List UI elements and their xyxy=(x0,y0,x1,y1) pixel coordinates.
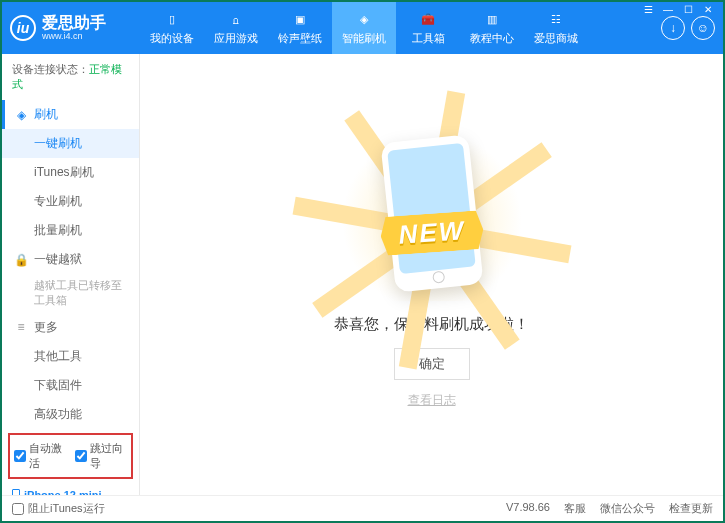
flash-icon: ◈ xyxy=(355,11,373,29)
footer: 阻止iTunes运行 V7.98.66 客服 微信公众号 检查更新 xyxy=(2,495,723,521)
user-icon[interactable]: ☺ xyxy=(691,16,715,40)
footer-right: V7.98.66 客服 微信公众号 检查更新 xyxy=(506,501,713,516)
nav-label: 铃声壁纸 xyxy=(278,31,322,46)
block-itunes-label: 阻止iTunes运行 xyxy=(28,501,105,516)
nav-label: 爱思商城 xyxy=(534,31,578,46)
window-controls: ☰ ― ☐ ✕ xyxy=(639,2,717,16)
sidebar-item-高级功能[interactable]: 高级功能 xyxy=(2,400,139,429)
nav-label: 教程中心 xyxy=(470,31,514,46)
new-ribbon: NEW xyxy=(379,210,484,256)
version: V7.98.66 xyxy=(506,501,550,516)
auto-activate-checkbox[interactable]: 自动激活 xyxy=(14,441,67,471)
header-right: ↓ ☺ xyxy=(661,16,715,40)
logo-icon: iu xyxy=(10,15,36,41)
header: iu 爱思助手 www.i4.cn ▯我的设备⩍应用游戏▣铃声壁纸◈智能刷机🧰工… xyxy=(2,2,723,54)
conn-label: 设备连接状态： xyxy=(12,63,89,75)
more-icon: ≡ xyxy=(14,320,28,334)
nav-phone[interactable]: ▯我的设备 xyxy=(140,2,204,54)
section-label: 一键越狱 xyxy=(34,251,82,268)
support-link[interactable]: 客服 xyxy=(564,501,586,516)
section-更多[interactable]: ≡更多 xyxy=(2,313,139,342)
phone-icon: ▯ xyxy=(163,11,181,29)
nav-label: 工具箱 xyxy=(412,31,445,46)
tutorial-icon: ▥ xyxy=(483,11,501,29)
main-content: NEW 恭喜您，保资料刷机成功啦！ 确定 查看日志 xyxy=(140,54,723,495)
nav-tutorial[interactable]: ▥教程中心 xyxy=(460,2,524,54)
ringtone-icon: ▣ xyxy=(291,11,309,29)
body: 设备连接状态：正常模式 ◈刷机一键刷机iTunes刷机专业刷机批量刷机🔒一键越狱… xyxy=(2,54,723,495)
nav-label: 智能刷机 xyxy=(342,31,386,46)
toolbox-icon: 🧰 xyxy=(419,11,437,29)
sidebar-item-下载固件[interactable]: 下载固件 xyxy=(2,371,139,400)
nav-ringtone[interactable]: ▣铃声壁纸 xyxy=(268,2,332,54)
device-info[interactable]: iPhone 12 mini 64GB Down-12mini-13,1 xyxy=(2,483,139,495)
sidebar-item-iTunes刷机[interactable]: iTunes刷机 xyxy=(2,158,139,187)
nav: ▯我的设备⩍应用游戏▣铃声壁纸◈智能刷机🧰工具箱▥教程中心☷爱思商城 xyxy=(140,2,661,54)
section-note: 越狱工具已转移至 工具箱 xyxy=(2,274,139,313)
nav-label: 我的设备 xyxy=(150,31,194,46)
skip-guide-label: 跳过向导 xyxy=(90,441,128,471)
view-log-link[interactable]: 查看日志 xyxy=(408,392,456,409)
nav-apps[interactable]: ⩍应用游戏 xyxy=(204,2,268,54)
auto-activate-label: 自动激活 xyxy=(29,441,67,471)
block-itunes-checkbox[interactable]: 阻止iTunes运行 xyxy=(12,501,105,516)
lock-icon: 🔒 xyxy=(14,253,28,267)
success-illustration: NEW xyxy=(332,141,532,301)
sidebar-item-其他工具[interactable]: 其他工具 xyxy=(2,342,139,371)
maximize-icon[interactable]: ☐ xyxy=(679,2,697,16)
apps-icon: ⩍ xyxy=(227,11,245,29)
options-box: 自动激活 跳过向导 xyxy=(8,433,133,479)
sidebar-item-批量刷机[interactable]: 批量刷机 xyxy=(2,216,139,245)
wechat-link[interactable]: 微信公众号 xyxy=(600,501,655,516)
connection-status: 设备连接状态：正常模式 xyxy=(2,54,139,100)
nav-flash[interactable]: ◈智能刷机 xyxy=(332,2,396,54)
menu-icon[interactable]: ☰ xyxy=(639,2,657,16)
update-link[interactable]: 检查更新 xyxy=(669,501,713,516)
app-window: ☰ ― ☐ ✕ iu 爱思助手 www.i4.cn ▯我的设备⩍应用游戏▣铃声壁… xyxy=(0,0,725,523)
section-label: 更多 xyxy=(34,319,58,336)
flash-icon: ◈ xyxy=(14,108,28,122)
sidebar-item-专业刷机[interactable]: 专业刷机 xyxy=(2,187,139,216)
skip-guide-checkbox[interactable]: 跳过向导 xyxy=(75,441,128,471)
close-icon[interactable]: ✕ xyxy=(699,2,717,16)
minimize-icon[interactable]: ― xyxy=(659,2,677,16)
nav-toolbox[interactable]: 🧰工具箱 xyxy=(396,2,460,54)
sidebar: 设备连接状态：正常模式 ◈刷机一键刷机iTunes刷机专业刷机批量刷机🔒一键越狱… xyxy=(2,54,140,495)
logo: iu 爱思助手 www.i4.cn xyxy=(10,15,140,41)
nav-store[interactable]: ☷爱思商城 xyxy=(524,2,588,54)
sidebar-item-一键刷机[interactable]: 一键刷机 xyxy=(2,129,139,158)
app-url: www.i4.cn xyxy=(42,31,106,41)
download-icon[interactable]: ↓ xyxy=(661,16,685,40)
section-刷机[interactable]: ◈刷机 xyxy=(2,100,139,129)
store-icon: ☷ xyxy=(547,11,565,29)
app-title: 爱思助手 xyxy=(42,15,106,31)
nav-label: 应用游戏 xyxy=(214,31,258,46)
section-一键越狱[interactable]: 🔒一键越狱 xyxy=(2,245,139,274)
section-label: 刷机 xyxy=(34,106,58,123)
